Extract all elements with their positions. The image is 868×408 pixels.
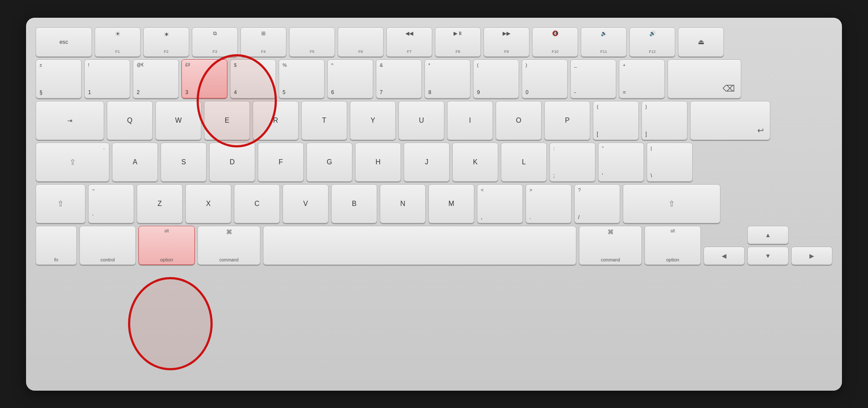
fn-label: fn (54, 257, 58, 262)
key-tab[interactable]: ⇥ (36, 101, 104, 140)
f9-label: F9 (504, 49, 509, 54)
key-3[interactable]: £# 3 (181, 59, 227, 98)
key-space[interactable] (263, 226, 576, 265)
key-j[interactable]: J (404, 143, 450, 182)
shift-left-icon: ⇧ (57, 199, 64, 209)
key-t[interactable]: T (301, 101, 347, 140)
f2-icon: ✶ (164, 30, 169, 39)
key-f[interactable]: F (258, 143, 304, 182)
key-enter[interactable]: ↩ (690, 101, 770, 140)
key-c[interactable]: C (234, 184, 280, 223)
key-f10[interactable]: 🔇 F10 (532, 27, 578, 57)
key-f8[interactable]: ▶⏸ F8 (435, 27, 481, 57)
c-label: C (254, 200, 260, 208)
key-arrow-left[interactable]: ◀ (704, 247, 745, 265)
key-arrow-right[interactable]: ▶ (791, 247, 832, 265)
key-option-right[interactable]: alt option (644, 226, 701, 265)
key-w[interactable]: W (155, 101, 201, 140)
key-f9[interactable]: ▶▶ F9 (483, 27, 529, 57)
key-9[interactable]: ( 9 (473, 59, 519, 98)
key-o[interactable]: O (496, 101, 542, 140)
key-4[interactable]: $ 4 (230, 59, 276, 98)
q-label: Q (127, 117, 132, 124)
key-fn[interactable]: fn (36, 226, 77, 265)
z-label: Z (158, 200, 162, 208)
key-8[interactable]: * 8 (424, 59, 470, 98)
key-period[interactable]: > . (526, 184, 572, 223)
key-quote[interactable]: " ' (598, 143, 644, 182)
key-backspace[interactable]: ⌫ (667, 59, 741, 98)
key-f11[interactable]: 🔉 F11 (581, 27, 627, 57)
key-option-left[interactable]: alt option (138, 226, 195, 265)
key-7[interactable]: & 7 (376, 59, 422, 98)
key-y[interactable]: Y (350, 101, 396, 140)
key-f5[interactable]: F5 (289, 27, 335, 57)
key-b[interactable]: B (331, 184, 377, 223)
key-x[interactable]: X (185, 184, 231, 223)
key-p[interactable]: P (544, 101, 590, 140)
key-arrow-up[interactable]: ▲ (747, 226, 789, 244)
key-eject[interactable]: ⏏ (678, 27, 724, 57)
arrow-down-icon: ▼ (765, 252, 771, 259)
key-f7[interactable]: ◀◀ F7 (386, 27, 432, 57)
key-0[interactable]: ) 0 (522, 59, 568, 98)
key-n[interactable]: N (380, 184, 426, 223)
comma-bot: , (481, 214, 519, 220)
key-k[interactable]: K (452, 143, 498, 182)
key-6[interactable]: ^ 6 (327, 59, 373, 98)
key-bracket-close[interactable]: } ] (641, 101, 687, 140)
key-l[interactable]: L (501, 143, 547, 182)
key-shift-right[interactable]: ⇧ (623, 184, 720, 223)
key-semicolon[interactable]: : ; (549, 143, 595, 182)
key-arrow-down[interactable]: ▼ (747, 247, 789, 265)
key-h[interactable]: H (355, 143, 401, 182)
key-slash[interactable]: ? / (574, 184, 620, 223)
key-q[interactable]: Q (107, 101, 153, 140)
key-d[interactable]: D (209, 143, 255, 182)
semicolon-bot: ; (553, 173, 592, 179)
key-2[interactable]: @€ 2 (133, 59, 179, 98)
key-backslash[interactable]: | \ (647, 143, 693, 182)
f10-label: F10 (552, 49, 559, 54)
key-tilde[interactable]: ~ ` (88, 184, 134, 223)
key-control[interactable]: control (79, 226, 136, 265)
key-z[interactable]: Z (137, 184, 183, 223)
key-command-right[interactable]: ⌘ command (579, 226, 642, 265)
key-1-bot: 1 (88, 89, 126, 95)
shift-right-icon: ⇧ (668, 199, 675, 209)
key-bracket-open[interactable]: { [ (593, 101, 639, 140)
key-f2[interactable]: ✶ F2 (143, 27, 189, 57)
key-2-bot: 2 (137, 89, 175, 95)
key-caps[interactable]: • ⇪ (36, 143, 109, 182)
key-i[interactable]: I (447, 101, 493, 140)
key-1[interactable]: ! 1 (84, 59, 130, 98)
key-comma[interactable]: < , (477, 184, 523, 223)
key-minus[interactable]: _ - (570, 59, 616, 98)
key-esc[interactable]: esc (36, 27, 92, 57)
key-f3[interactable]: ⧉ F3 (192, 27, 238, 57)
key-f12[interactable]: 🔊 F12 (629, 27, 675, 57)
key-5-bot: 5 (283, 89, 321, 95)
r-label: R (273, 117, 278, 124)
key-v[interactable]: V (283, 184, 329, 223)
key-e[interactable]: E (204, 101, 250, 140)
key-g[interactable]: G (306, 143, 352, 182)
key-5[interactable]: % 5 (279, 59, 325, 98)
f12-icon: 🔊 (649, 30, 656, 36)
f3-icon: ⧉ (213, 30, 217, 36)
key-equals[interactable]: + = (619, 59, 665, 98)
key-r[interactable]: R (253, 101, 299, 140)
key-u[interactable]: U (398, 101, 444, 140)
key-f6[interactable]: F6 (338, 27, 384, 57)
key-f4[interactable]: ⊞ F4 (240, 27, 286, 57)
key-a[interactable]: A (112, 143, 158, 182)
key-f1[interactable]: ☀ F1 (95, 27, 141, 57)
key-m[interactable]: M (428, 184, 474, 223)
zxcv-row: ⇧ ~ ` Z X C V B N M < , (36, 184, 832, 223)
key-section[interactable]: ± § (36, 59, 82, 98)
key-command-left[interactable]: ⌘ command (197, 226, 260, 265)
e-label: E (225, 117, 230, 124)
key-s[interactable]: S (161, 143, 207, 182)
key-shift-left[interactable]: ⇧ (36, 184, 85, 223)
bracket-open-bot: [ (597, 131, 635, 137)
